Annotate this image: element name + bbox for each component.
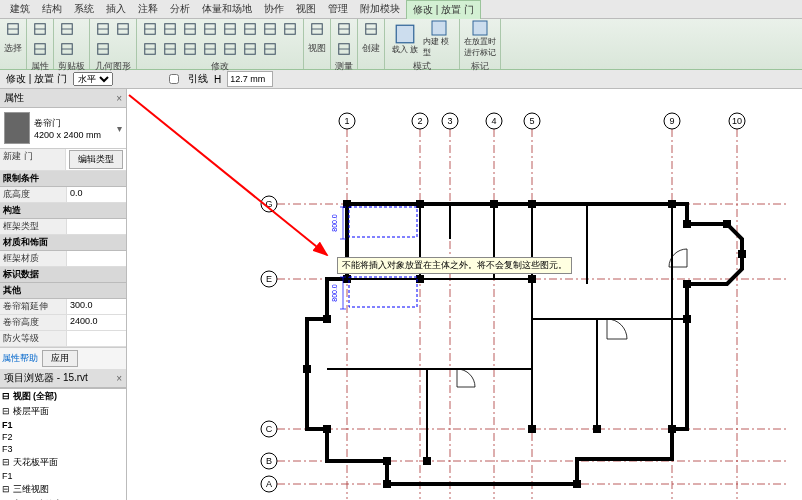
ribbon-group-label: 修改 <box>141 59 299 73</box>
left-panel: 属性 × 卷帘门 4200 x 2400 mm ▾ 新建 门 编辑类型 限制条件… <box>0 89 127 500</box>
svg-rect-125 <box>683 315 691 323</box>
ribbon-group-label: 模式 <box>389 59 455 73</box>
property-row[interactable]: 防火等级 <box>0 331 126 347</box>
ribbon-button[interactable] <box>161 40 179 58</box>
ribbon-group-label: 测量 <box>335 59 353 73</box>
property-category: 材质和饰面 <box>0 235 126 251</box>
property-row[interactable]: 底高度0.0 <box>0 187 126 203</box>
tab-2[interactable]: 系统 <box>68 0 100 18</box>
ribbon-button[interactable] <box>181 40 199 58</box>
ribbon-button[interactable] <box>114 20 132 38</box>
svg-rect-120 <box>528 425 536 433</box>
ribbon-button[interactable] <box>94 20 112 38</box>
property-row[interactable]: 卷帘箱延伸300.0 <box>0 299 126 315</box>
browser-node[interactable]: ⊟ 天花板平面 <box>0 455 126 470</box>
ribbon-button[interactable] <box>335 40 353 58</box>
svg-rect-123 <box>573 480 581 488</box>
ribbon-button[interactable] <box>141 20 159 38</box>
svg-rect-126 <box>738 250 746 258</box>
tab-10[interactable]: 附加模块 <box>354 0 406 18</box>
browser-node[interactable]: ⊟ 三维视图 <box>0 482 126 497</box>
svg-rect-56 <box>473 21 487 35</box>
ribbon-button[interactable] <box>94 40 112 58</box>
instance-filter[interactable]: 新建 门 <box>0 149 66 170</box>
placement-tooltip: 不能将插入对象放置在主体之外。将不会复制这些图元。 <box>337 257 572 274</box>
svg-text:10: 10 <box>732 116 742 126</box>
ribbon-button[interactable] <box>335 20 353 38</box>
tab-6[interactable]: 体量和场地 <box>196 0 258 18</box>
ribbon-big-button[interactable]: 在放置时 进行标记 <box>464 20 496 58</box>
ribbon-button[interactable] <box>261 40 279 58</box>
chevron-down-icon[interactable]: ▾ <box>117 123 122 134</box>
svg-rect-117 <box>323 425 331 433</box>
ribbon-button[interactable] <box>4 20 22 38</box>
browser-node[interactable]: ⊟ 视图 (全部) <box>0 389 126 404</box>
ribbon-big-button[interactable]: 内建 模型 <box>423 20 455 58</box>
close-icon[interactable]: × <box>116 93 122 104</box>
ribbon-button[interactable] <box>201 40 219 58</box>
apply-button[interactable]: 应用 <box>42 350 78 367</box>
walls <box>307 204 742 484</box>
ribbon-group-label: 标记 <box>464 59 496 73</box>
leader-checkbox[interactable] <box>169 74 179 84</box>
browser-node[interactable]: F3 <box>0 443 126 455</box>
svg-text:3: 3 <box>447 116 452 126</box>
tab-4[interactable]: 注释 <box>132 0 164 18</box>
tab-7[interactable]: 协作 <box>258 0 290 18</box>
options-prefix: 修改 | 放置 门 <box>6 72 67 86</box>
rotate-select[interactable]: 水平 <box>73 72 113 86</box>
tab-9[interactable]: 管理 <box>322 0 354 18</box>
tab-11[interactable]: 修改 | 放置 门 <box>406 0 481 19</box>
ribbon-button[interactable] <box>241 20 259 38</box>
ribbon-button[interactable] <box>221 40 239 58</box>
ribbon-group-label: 选择 <box>4 41 22 55</box>
tab-5[interactable]: 分析 <box>164 0 196 18</box>
svg-text:C: C <box>266 424 273 434</box>
project-browser[interactable]: ⊟ 视图 (全部)⊟ 楼层平面F1F2F3⊟ 天花板平面F1⊟ 三维视图⊟ 立面… <box>0 388 126 500</box>
svg-text:G: G <box>265 199 272 209</box>
browser-node[interactable]: F1 <box>0 470 126 482</box>
svg-text:E: E <box>266 274 272 284</box>
ribbon-button[interactable] <box>308 20 326 38</box>
ribbon-button[interactable] <box>201 20 219 38</box>
drawing-canvas[interactable]: 12345910GECBA <box>127 89 802 500</box>
ribbon-button[interactable] <box>241 40 259 58</box>
svg-rect-54 <box>396 25 414 43</box>
ribbon-big-button[interactable]: 载入 族 <box>389 20 421 58</box>
properties-help-link[interactable]: 属性帮助 <box>0 350 40 367</box>
ribbon-button[interactable] <box>58 40 76 58</box>
type-selector[interactable]: 卷帘门 4200 x 2400 mm ▾ <box>0 108 126 149</box>
svg-text:800.0: 800.0 <box>331 214 338 232</box>
ribbon-group-label: 创建 <box>362 41 380 55</box>
browser-node[interactable]: ⊟ 楼层平面 <box>0 404 126 419</box>
ribbon-button[interactable] <box>31 40 49 58</box>
ribbon-button[interactable] <box>221 20 239 38</box>
svg-rect-124 <box>383 480 391 488</box>
ribbon-button[interactable] <box>281 20 299 38</box>
ribbon-button[interactable] <box>362 20 380 38</box>
ribbon-button[interactable] <box>58 20 76 38</box>
property-row[interactable]: 框架类型 <box>0 219 126 235</box>
svg-text:9: 9 <box>669 116 674 126</box>
ribbon-button[interactable] <box>141 40 159 58</box>
property-row[interactable]: 卷帘高度2400.0 <box>0 315 126 331</box>
svg-rect-105 <box>416 200 424 208</box>
dim-input[interactable] <box>227 71 273 87</box>
svg-text:1: 1 <box>344 116 349 126</box>
edit-type-button[interactable]: 编辑类型 <box>69 150 123 169</box>
browser-node[interactable]: F1 <box>0 419 126 431</box>
svg-rect-121 <box>593 425 601 433</box>
tab-3[interactable]: 插入 <box>100 0 132 18</box>
tab-0[interactable]: 建筑 <box>4 0 36 18</box>
ribbon-button[interactable] <box>261 20 279 38</box>
browser-node[interactable]: F2 <box>0 431 126 443</box>
svg-rect-107 <box>528 200 536 208</box>
property-row[interactable]: 框架材质 <box>0 251 126 267</box>
tab-8[interactable]: 视图 <box>290 0 322 18</box>
tab-1[interactable]: 结构 <box>36 0 68 18</box>
close-icon[interactable]: × <box>116 373 122 384</box>
ribbon-button[interactable] <box>31 20 49 38</box>
ribbon-button[interactable] <box>161 20 179 38</box>
svg-text:800.0: 800.0 <box>331 284 338 302</box>
ribbon-button[interactable] <box>181 20 199 38</box>
